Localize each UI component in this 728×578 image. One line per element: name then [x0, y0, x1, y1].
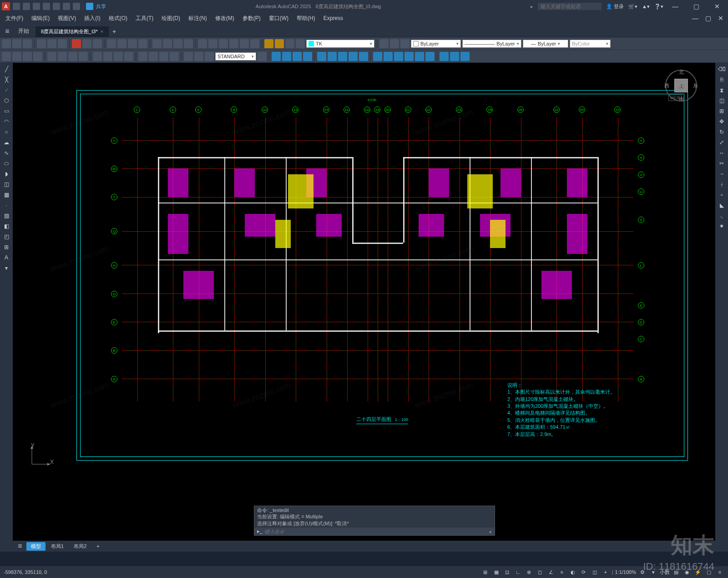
ortho-btn[interactable]: ∟: [514, 568, 523, 577]
cut-btn[interactable]: [72, 39, 81, 48]
join-btn[interactable]: ⧜: [717, 190, 726, 199]
dimalign-btn[interactable]: [12, 52, 21, 61]
dimedit-btn[interactable]: [184, 52, 193, 61]
fillet-btn[interactable]: ◟: [717, 211, 726, 220]
layeriso-btn[interactable]: [379, 39, 389, 48]
chamfer-btn[interactable]: ◣: [717, 201, 726, 210]
ellipsearc-btn[interactable]: ◗: [2, 169, 11, 178]
menu-file[interactable]: 文件(F): [2, 14, 27, 23]
login-button[interactable]: 👤 登录: [606, 3, 624, 10]
paste-btn[interactable]: [93, 39, 102, 48]
point-btn[interactable]: ·: [2, 201, 11, 210]
dc-btn[interactable]: [208, 39, 217, 48]
snap-btn[interactable]: ⊡: [503, 568, 512, 577]
dimcont-btn[interactable]: [103, 52, 112, 61]
dimtedit-btn[interactable]: [194, 52, 203, 61]
share-icon[interactable]: [86, 3, 93, 10]
m6[interactable]: [328, 52, 337, 61]
zoom-btn[interactable]: [163, 39, 172, 48]
model-tab[interactable]: 模型: [26, 542, 46, 551]
dimlin-btn[interactable]: [2, 52, 11, 61]
start-menu-button[interactable]: ≡: [2, 26, 13, 37]
tab-start[interactable]: 开始: [13, 25, 35, 37]
otrack-btn[interactable]: ∠: [546, 568, 556, 577]
help-icon[interactable]: ❔▾: [654, 4, 663, 10]
hatch-btn[interactable]: ▨: [2, 211, 11, 220]
drawing-canvas[interactable]: www.znzmo.com www.znzmo.com www.znzmo.co…: [13, 63, 715, 552]
dimrad-btn[interactable]: [47, 52, 56, 61]
hw-btn[interactable]: ⚡: [693, 568, 703, 577]
inspect-btn[interactable]: [159, 52, 168, 61]
new-btn[interactable]: [2, 39, 11, 48]
preview-btn[interactable]: [47, 39, 56, 48]
menu-format[interactable]: 格式(O): [105, 14, 131, 23]
dimbase-btn[interactable]: [93, 52, 102, 61]
linetype-dropdown[interactable]: —————— ByLayer▾: [462, 40, 521, 48]
viewcube[interactable]: 北 南 东 西 上: [665, 70, 697, 101]
grid-btn[interactable]: ▦: [492, 568, 501, 577]
m1[interactable]: [272, 52, 281, 61]
layerprev-btn[interactable]: [390, 39, 399, 48]
line-btn[interactable]: ╱: [2, 65, 11, 74]
command-line[interactable]: 命令: _textedit 当前设置: 编辑模式 = Multiple 选择注释…: [254, 506, 495, 536]
cycle-btn[interactable]: ⟳: [579, 568, 588, 577]
table-btn[interactable]: ⊞: [2, 243, 11, 252]
undo-icon[interactable]: [63, 3, 70, 10]
save-btn[interactable]: [23, 39, 32, 48]
polar-btn[interactable]: ⊕: [525, 568, 534, 577]
dimstyle-dropdown[interactable]: STANDARD▾: [215, 52, 256, 61]
pan-btn[interactable]: [152, 39, 162, 48]
m10[interactable]: [373, 52, 382, 61]
gear-icon[interactable]: ⚙: [638, 568, 647, 577]
model-space-btn[interactable]: ⊞: [481, 568, 490, 577]
m18[interactable]: [460, 52, 470, 61]
lock-icon[interactable]: [296, 39, 305, 48]
region-btn[interactable]: ◰: [2, 232, 11, 241]
dimarc-btn[interactable]: [23, 52, 32, 61]
copy-btn[interactable]: [82, 39, 91, 48]
offset-btn[interactable]: ◫: [717, 96, 726, 105]
polygon-btn[interactable]: ⬡: [2, 96, 11, 105]
close-button[interactable]: ✕: [708, 0, 726, 13]
ucs-icon[interactable]: Y X: [26, 442, 54, 470]
erase-btn[interactable]: ⌫: [717, 65, 726, 74]
gradient-btn[interactable]: ◧: [2, 222, 11, 231]
layout-add-button[interactable]: +: [92, 543, 104, 550]
m13[interactable]: [404, 52, 414, 61]
share-label[interactable]: 共享: [96, 3, 106, 10]
copy-obj-btn[interactable]: ⎘: [717, 75, 726, 84]
tab-document[interactable]: 8度高层建筑结构全图_t3*×: [35, 26, 109, 37]
osnap-btn[interactable]: ◻: [536, 568, 545, 577]
m8[interactable]: [349, 52, 358, 61]
command-input[interactable]: [264, 529, 489, 534]
menu-edit[interactable]: 编辑(E): [28, 14, 53, 23]
m3[interactable]: [293, 52, 302, 61]
rotate-btn[interactable]: ↻: [717, 127, 726, 137]
break-btn[interactable]: ⟊: [717, 180, 726, 189]
rect-btn[interactable]: ▭: [2, 106, 11, 116]
cart-icon[interactable]: 🛒▾: [628, 4, 637, 10]
doc-close[interactable]: ✕: [715, 14, 726, 23]
m11[interactable]: [384, 52, 393, 61]
menu-help[interactable]: 帮助(H): [293, 14, 319, 23]
m16[interactable]: [440, 52, 449, 61]
search-input[interactable]: [538, 3, 602, 10]
move-btn[interactable]: ✥: [717, 117, 726, 126]
new-icon[interactable]: [13, 3, 20, 10]
stretch-btn[interactable]: ↔: [717, 148, 726, 157]
circle-btn[interactable]: ○: [2, 127, 11, 137]
lineweight-dropdown[interactable]: — ByLayer▾: [523, 40, 568, 48]
dyninput-btn[interactable]: +: [601, 568, 610, 577]
menu-insert[interactable]: 插入(I): [81, 14, 104, 23]
plotstyle-dropdown[interactable]: ByColor▾: [570, 40, 611, 48]
layer-dropdown[interactable]: TK▾: [306, 40, 374, 48]
transparency-btn[interactable]: ◐: [568, 568, 577, 577]
dimang-btn[interactable]: [68, 52, 77, 61]
freeze-icon[interactable]: [285, 39, 294, 48]
lweight-btn[interactable]: ≡: [557, 568, 566, 577]
tp-btn[interactable]: [219, 39, 228, 48]
layout1-tab[interactable]: 布局1: [46, 542, 68, 551]
maximize-button[interactable]: ▢: [687, 0, 705, 13]
tol-btn[interactable]: [138, 52, 147, 61]
undo-btn[interactable]: [128, 39, 137, 48]
